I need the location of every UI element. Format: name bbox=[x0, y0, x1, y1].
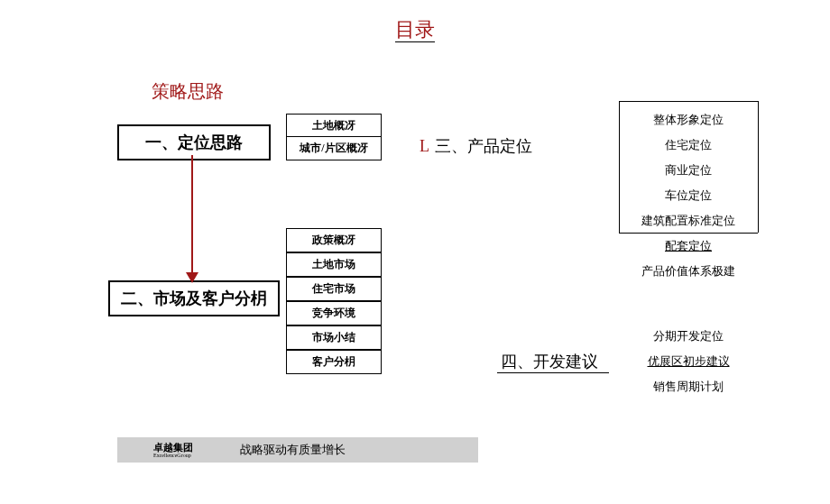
sub-box-competition: 竞争环境 bbox=[286, 301, 382, 325]
flow-arrow-line bbox=[191, 155, 193, 275]
footer-bar: 卓越集团 ExcellenceGroup 战略驱动有质量增长 bbox=[117, 437, 478, 463]
product-item-commercial: 商业定位 bbox=[625, 162, 752, 179]
main-box-positioning: 一、定位思路 bbox=[117, 124, 271, 160]
sub-box-customer: 客户分枂 bbox=[286, 350, 382, 374]
sub-box-policy: 政策概冴 bbox=[286, 228, 382, 252]
dev-item-exhibition: 优展区初步建议 bbox=[625, 353, 752, 370]
flow-arrow-head bbox=[186, 272, 198, 283]
footer-slogan: 战略驱动有质量增长 bbox=[240, 442, 346, 458]
dev-item-sales: 销售周期计划 bbox=[625, 379, 752, 395]
product-item-standard: 建筑配置标准定位 bbox=[625, 213, 752, 229]
sub-box-land-overview: 土地概冴 bbox=[286, 114, 382, 138]
bracket-bottom bbox=[619, 233, 758, 234]
bracket-top bbox=[619, 101, 758, 102]
section-4-underline bbox=[497, 372, 609, 373]
page-title: 目录 bbox=[395, 16, 435, 43]
sub-box-summary: 市场小结 bbox=[286, 325, 382, 350]
section-4-heading: 四、开发建议 bbox=[501, 351, 598, 372]
product-item-image: 整体形象定位 bbox=[625, 112, 752, 128]
footer-company: 卓越集团 ExcellenceGroup bbox=[153, 442, 193, 459]
bracket-right bbox=[758, 101, 759, 233]
footer-company-name: 卓越集团 bbox=[153, 442, 193, 453]
footer-company-en: ExcellenceGroup bbox=[153, 453, 193, 459]
subtitle: 策略思路 bbox=[152, 79, 224, 104]
product-item-facilities: 配套定位 bbox=[625, 238, 752, 254]
sub-box-residential: 住宅市场 bbox=[286, 277, 382, 301]
product-item-value: 产品价值体系极建 bbox=[625, 263, 752, 279]
bracket-left bbox=[619, 101, 620, 233]
sub-box-land-market: 土地市场 bbox=[286, 252, 382, 277]
main-box-market: 二、市场及客户分枂 bbox=[108, 280, 280, 316]
product-item-parking: 车位定位 bbox=[625, 188, 752, 204]
product-item-residential: 住宅定位 bbox=[625, 137, 752, 153]
dev-item-phasing: 分期开发定位 bbox=[625, 328, 752, 344]
sub-box-city-overview: 城市/片区概冴 bbox=[286, 136, 382, 160]
title-underline bbox=[395, 41, 435, 42]
section-3-heading: 三、产品定位 bbox=[435, 135, 532, 157]
section-3-prefix: L bbox=[420, 137, 429, 156]
